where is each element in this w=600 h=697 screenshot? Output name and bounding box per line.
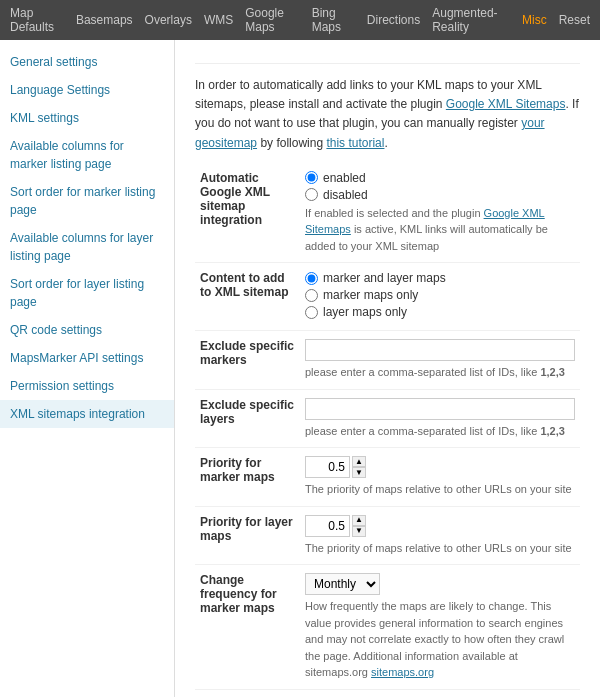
sidebar-item-3[interactable]: Available columns for marker listing pag…	[0, 132, 174, 178]
radio-input-0-0[interactable]	[305, 171, 318, 184]
topnav-item-augmented-reality[interactable]: Augmented-Reality	[432, 6, 510, 34]
settings-row-4: Priority for marker maps▲▼The priority o…	[195, 448, 580, 507]
radio-input-1-2[interactable]	[305, 306, 318, 319]
radio-input-1-0[interactable]	[305, 272, 318, 285]
number-input-5[interactable]	[305, 515, 350, 537]
google-xml-sitemaps-link-1[interactable]: Google XML Sitemaps	[446, 97, 566, 111]
radio-label-0-0[interactable]: enabled	[305, 171, 575, 185]
select-6[interactable]: AlwaysHourlyDailyWeeklyMonthlyYearlyNeve…	[305, 573, 380, 595]
text-input-3[interactable]	[305, 398, 575, 420]
radio-option-text-0-1: disabled	[323, 188, 368, 202]
help-text-3: please enter a comma-separated list of I…	[305, 423, 575, 440]
sitemaps-link-6[interactable]: sitemaps.org	[371, 666, 434, 678]
settings-row-2: Exclude specific markersplease enter a c…	[195, 331, 580, 390]
sidebar-item-8[interactable]: MapsMarker API settings	[0, 344, 174, 372]
page-title	[195, 55, 580, 64]
settings-label-1: Content to add to XML sitemap	[195, 263, 300, 331]
settings-value-5: ▲▼The priority of maps relative to other…	[300, 506, 580, 565]
topnav-item-reset[interactable]: Reset	[559, 13, 590, 27]
help-text-5: The priority of maps relative to other U…	[305, 540, 575, 557]
settings-row-1: Content to add to XML sitemapmarker and …	[195, 263, 580, 331]
settings-value-0: enableddisabledIf enabled is selected an…	[300, 163, 580, 263]
help-text-0: If enabled is selected and the plugin Go…	[305, 205, 575, 255]
topnav-item-misc[interactable]: Misc	[522, 13, 547, 27]
settings-row-6: Change frequency for marker mapsAlwaysHo…	[195, 565, 580, 690]
top-nav: Map DefaultsBasemapsOverlaysWMSGoogle Ma…	[0, 0, 600, 40]
settings-value-7: AlwaysHourlyDailyWeeklyMonthlyYearlyNeve…	[300, 689, 580, 697]
sidebar-item-0[interactable]: General settings	[0, 48, 174, 76]
text-input-2[interactable]	[305, 339, 575, 361]
topnav-item-wms[interactable]: WMS	[204, 13, 233, 27]
settings-row-7: Change frequency for layer mapsAlwaysHou…	[195, 689, 580, 697]
sidebar-item-6[interactable]: Sort order for layer listing page	[0, 270, 174, 316]
spinner-down-4[interactable]: ▼	[352, 467, 366, 478]
topnav-item-bing-maps[interactable]: Bing Maps	[312, 6, 355, 34]
spinner-up-4[interactable]: ▲	[352, 456, 366, 467]
settings-value-6: AlwaysHourlyDailyWeeklyMonthlyYearlyNeve…	[300, 565, 580, 690]
help-link-0[interactable]: Google XML Sitemaps	[305, 207, 545, 236]
sidebar-item-1[interactable]: Language Settings	[0, 76, 174, 104]
settings-value-4: ▲▼The priority of maps relative to other…	[300, 448, 580, 507]
radio-option-text-0-0: enabled	[323, 171, 366, 185]
settings-row-0: Automatic Google XML sitemap integration…	[195, 163, 580, 263]
sidebar-item-2[interactable]: KML settings	[0, 104, 174, 132]
spinner-down-5[interactable]: ▼	[352, 526, 366, 537]
settings-label-5: Priority for layer maps	[195, 506, 300, 565]
settings-value-1: marker and layer mapsmarker maps onlylay…	[300, 263, 580, 331]
help-text-4: The priority of maps relative to other U…	[305, 481, 575, 498]
topnav-item-directions[interactable]: Directions	[367, 13, 420, 27]
radio-label-1-1[interactable]: marker maps only	[305, 288, 575, 302]
sidebar-item-7[interactable]: QR code settings	[0, 316, 174, 344]
radio-input-1-1[interactable]	[305, 289, 318, 302]
sidebar: General settingsLanguage SettingsKML set…	[0, 40, 175, 697]
help-text-6: How frequently the maps are likely to ch…	[305, 598, 575, 681]
topnav-item-overlays[interactable]: Overlays	[145, 13, 192, 27]
sidebar-item-10[interactable]: XML sitemaps integration	[0, 400, 174, 428]
help-text-2: please enter a comma-separated list of I…	[305, 364, 575, 381]
main-content: In order to automatically add links to y…	[175, 40, 600, 697]
radio-option-text-1-2: layer maps only	[323, 305, 407, 319]
sidebar-item-5[interactable]: Available columns for layer listing page	[0, 224, 174, 270]
settings-row-3: Exclude specific layersplease enter a co…	[195, 389, 580, 448]
intro-paragraph-2: In order to automatically add links to y…	[195, 76, 580, 153]
settings-value-2: please enter a comma-separated list of I…	[300, 331, 580, 390]
settings-label-7: Change frequency for layer maps	[195, 689, 300, 697]
radio-input-0-1[interactable]	[305, 188, 318, 201]
settings-label-6: Change frequency for marker maps	[195, 565, 300, 690]
radio-option-text-1-1: marker maps only	[323, 288, 418, 302]
settings-label-2: Exclude specific markers	[195, 331, 300, 390]
settings-label-4: Priority for marker maps	[195, 448, 300, 507]
settings-row-5: Priority for layer maps▲▼The priority of…	[195, 506, 580, 565]
sidebar-item-9[interactable]: Permission settings	[0, 372, 174, 400]
topnav-item-map-defaults[interactable]: Map Defaults	[10, 6, 64, 34]
spinner-up-5[interactable]: ▲	[352, 515, 366, 526]
radio-option-text-1-0: marker and layer maps	[323, 271, 446, 285]
topnav-item-basemaps[interactable]: Basemaps	[76, 13, 133, 27]
radio-label-0-1[interactable]: disabled	[305, 188, 575, 202]
settings-label-3: Exclude specific layers	[195, 389, 300, 448]
topnav-item-google-maps[interactable]: Google Maps	[245, 6, 299, 34]
settings-table: Automatic Google XML sitemap integration…	[195, 163, 580, 697]
settings-value-3: please enter a comma-separated list of I…	[300, 389, 580, 448]
radio-label-1-2[interactable]: layer maps only	[305, 305, 575, 319]
tutorial-link[interactable]: this tutorial	[326, 136, 384, 150]
settings-label-0: Automatic Google XML sitemap integration	[195, 163, 300, 263]
number-input-4[interactable]	[305, 456, 350, 478]
sidebar-item-4[interactable]: Sort order for marker listing page	[0, 178, 174, 224]
radio-label-1-0[interactable]: marker and layer maps	[305, 271, 575, 285]
